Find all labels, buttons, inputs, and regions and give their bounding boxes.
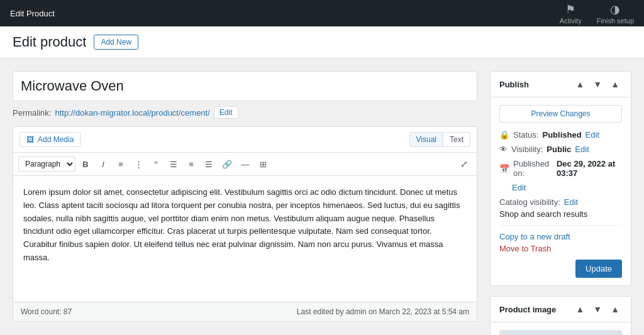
fullscreen-icon: ⤢ [460,159,468,169]
published-on-edit-row: Edit [512,183,622,192]
visibility-row: 👁 Visibility: Public Edit [499,145,622,154]
visual-text-tabs: Visual Text [409,132,470,147]
activity-label: Activity [560,17,582,25]
editor-area: 🖼 Add Media Visual Text Paragraph ≡ ⋮ " … [13,126,477,322]
finish-setup-link[interactable]: ◑ Finish setup [597,3,634,25]
calendar-icon: 📅 [499,164,509,173]
italic-icon [102,160,104,169]
ol-icon: ⋮ [135,160,143,169]
catalog-edit-link[interactable]: Edit [564,197,578,207]
page-title: Edit product [13,34,86,50]
finish-setup-icon: ◑ [610,3,620,16]
product-image-panel-controls: ▲ ▼ ▲ [573,303,622,316]
move-to-trash-link[interactable]: Move to Trash [499,244,622,253]
editor-toolbar-top: 🖼 Add Media Visual Text [13,127,477,153]
finish-setup-label: Finish setup [597,17,634,25]
blockquote-button[interactable]: " [148,157,164,172]
more-icon: — [242,160,250,169]
add-media-icon: 🖼 [26,135,34,144]
activity-icon: ⚑ [565,3,575,16]
link-button[interactable]: 🔗 [219,158,235,171]
activity-link[interactable]: ⚑ Activity [560,3,582,25]
copy-to-draft-link[interactable]: Copy to a new draft [499,232,622,241]
product-image-collapse-down-button[interactable]: ▼ [591,303,604,316]
status-value: Published [542,130,581,140]
publish-panel-header: Publish ▲ ▼ ▲ [491,72,631,97]
admin-bar-title: Edit Product [10,9,55,18]
visibility-label: Visibility: [511,145,543,154]
visibility-edit-link[interactable]: Edit [575,145,589,154]
permalink-row: Permalink: http://dokan-migrator.local/p… [13,106,477,119]
tab-visual[interactable]: Visual [409,132,443,147]
publish-panel: Publish ▲ ▼ ▲ Preview Changes 🔒 Status: … [490,71,631,286]
ordered-list-button[interactable]: ⋮ [131,158,146,171]
product-image-panel: Product image ▲ ▼ ▲ [490,296,631,335]
publish-link-actions: Copy to a new draft Move to Trash [499,232,622,253]
product-image-panel-body [491,322,631,335]
admin-bar: Edit Product ⚑ Activity ◑ Finish setup [0,0,644,26]
fullscreen-button[interactable]: ⤢ [457,157,472,171]
update-button[interactable]: Update [575,260,622,278]
paragraph-select[interactable]: Paragraph [18,157,75,172]
product-image-close-button[interactable]: ▲ [608,303,622,316]
status-label: Status: [513,130,538,140]
catalog-value: Shop and search results [499,209,587,219]
format-toolbar: Paragraph ≡ ⋮ " ☰ ≡ ☰ 🔗 — ⊞ ⤢ [13,153,477,176]
permalink-edit-button[interactable]: Edit [214,106,238,119]
publish-status-row: 🔒 Status: Published Edit [499,130,622,140]
page-header: Edit product Add New [0,26,644,58]
permalink-url[interactable]: http://dokan-migrator.local/product/ceme… [55,108,209,118]
visibility-value: Public [547,145,571,154]
bold-button[interactable] [78,158,93,171]
editor-footer: Word count: 87 Last edited by admin on M… [13,302,477,321]
last-edited: Last edited by admin on March 22, 2023 a… [297,307,469,316]
preview-changes-button[interactable]: Preview Changes [499,105,622,123]
publish-divider [499,225,622,226]
editor-content-area[interactable]: Lorem ipsum dolor sit amet, consectetur … [13,176,477,302]
tab-text[interactable]: Text [443,132,470,147]
table-icon: ⊞ [260,160,267,169]
permalink-label: Permalink: [13,108,51,118]
align-right-icon: ☰ [205,160,213,169]
product-image-panel-header: Product image ▲ ▼ ▲ [491,297,631,322]
publish-actions: Update [499,260,622,278]
unordered-list-button[interactable]: ≡ [113,158,128,171]
more-button[interactable]: — [238,158,253,171]
publish-panel-body: Preview Changes 🔒 Status: Published Edit… [491,97,631,285]
blockquote-icon: " [154,159,157,170]
publish-panel-title: Publish [499,80,529,89]
publish-collapse-up-button[interactable]: ▲ [573,78,587,91]
admin-bar-actions: ⚑ Activity ◑ Finish setup [560,3,634,25]
product-image-collapse-up-button[interactable]: ▲ [573,303,587,316]
status-icon: 🔒 [499,130,509,140]
align-right-button[interactable]: ☰ [201,158,216,171]
editor-content-text: Lorem ipsum dolor sit amet, consectetur … [23,186,467,265]
table-button[interactable]: ⊞ [255,158,270,171]
add-media-button[interactable]: 🖼 Add Media [19,132,80,147]
published-on-row: 📅 Published on: Dec 29, 2022 at 03:37 [499,159,622,178]
align-left-button[interactable]: ☰ [166,158,181,171]
publish-panel-controls: ▲ ▼ ▲ [573,78,622,91]
published-on-edit-link[interactable]: Edit [512,183,526,192]
catalog-label: Catalog visibility: [499,197,560,207]
align-left-icon: ☰ [170,160,177,169]
product-title-input[interactable] [13,71,477,101]
product-image-area[interactable] [499,330,622,335]
published-on-value: Dec 29, 2022 at 03:37 [557,159,622,178]
left-column: Permalink: http://dokan-migrator.local/p… [13,71,477,322]
publish-close-button[interactable]: ▲ [608,78,622,91]
align-center-icon: ≡ [189,160,194,169]
link-icon: 🔗 [222,160,232,169]
italic-button[interactable] [96,158,111,171]
catalog-value-row: Shop and search results [499,209,622,219]
published-on-label: Published on: [513,159,553,178]
add-new-button[interactable]: Add New [94,35,138,50]
catalog-visibility-row: Catalog visibility: Edit [499,197,622,207]
bold-icon [82,160,88,169]
status-edit-link[interactable]: Edit [586,130,599,140]
publish-collapse-down-button[interactable]: ▼ [591,78,604,91]
product-image-panel-title: Product image [499,305,556,314]
add-media-label: Add Media [38,135,74,144]
align-center-button[interactable]: ≡ [184,158,199,171]
right-column: Publish ▲ ▼ ▲ Preview Changes 🔒 Status: … [490,71,631,335]
